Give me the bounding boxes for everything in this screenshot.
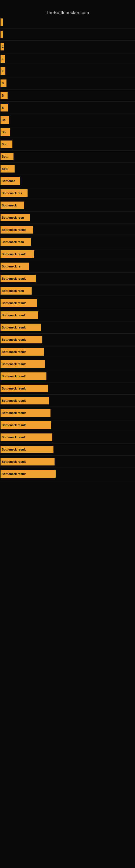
bar-row-26: Bottleneck result: [0, 321, 135, 334]
bar-fill-27: Bottleneck result: [1, 336, 42, 343]
bar-row-6: B: [0, 77, 135, 90]
bar-text-16: Bottleneck: [1, 204, 17, 207]
bar-row-9: Bo: [0, 114, 135, 126]
bar-text-34: Bottleneck result: [1, 424, 26, 427]
bar-row-33: Bottleneck result: [0, 407, 135, 419]
bar-text-35: Bottleneck result: [1, 436, 26, 439]
bar-fill-4: E: [1, 55, 5, 63]
bar-row-13: Bott: [0, 163, 135, 175]
bar-row-25: Bottleneck result: [0, 309, 135, 321]
bar-row-4: E: [0, 53, 135, 65]
bar-fill-3: E: [1, 43, 4, 51]
bar-fill-19: Bottleneck resu: [1, 238, 31, 246]
bar-fill-25: Bottleneck result: [1, 311, 38, 319]
bar-text-30: Bottleneck result: [1, 375, 26, 378]
bar-fill-20: Bottleneck result: [1, 250, 34, 258]
bar-fill-8: B: [1, 104, 8, 112]
site-title: TheBottlenecker.com: [0, 8, 135, 16]
bar-row-22: Bottleneck result: [0, 273, 135, 285]
bar-text-23: Bottleneck resu: [1, 289, 24, 292]
bar-text-29: Bottleneck result: [1, 362, 26, 366]
bar-row-5: E: [0, 65, 135, 77]
bar-text-17: Bottleneck resu: [1, 216, 24, 219]
bar-text-9: Bo: [1, 118, 6, 122]
bar-fill-36: Bottleneck result: [1, 446, 53, 453]
bar-text-6: B: [1, 82, 4, 85]
bar-row-17: Bottleneck resu: [0, 212, 135, 224]
bar-fill-18: Bottleneck result: [1, 226, 33, 234]
bar-text-37: Bottleneck result: [1, 460, 26, 463]
bar-row-27: Bottleneck result: [0, 334, 135, 346]
bar-text-18: Bottleneck result: [1, 228, 26, 231]
bar-text-38: Bottleneck result: [1, 472, 26, 475]
bar-fill-26: Bottleneck result: [1, 323, 41, 331]
bar-fill-10: Bo: [1, 128, 10, 136]
bar-fill-5: E: [1, 67, 5, 75]
bar-text-22: Bottleneck result: [1, 277, 26, 280]
bar-row-31: Bottleneck result: [0, 382, 135, 395]
bar-row-14: Bottlenec: [0, 175, 135, 187]
chart-container: TheBottlenecker.com EEEBBBBoBoBottBottBo…: [0, 0, 135, 868]
bar-fill-32: Bottleneck result: [1, 397, 49, 404]
bar-fill-23: Bottleneck resu: [1, 287, 32, 294]
bar-fill-38: Bottleneck result: [1, 470, 56, 478]
bar-fill-24: Bottleneck result: [1, 299, 37, 307]
bar-fill-33: Bottleneck result: [1, 409, 50, 416]
bar-row-8: B: [0, 102, 135, 114]
bar-row-35: Bottleneck result: [0, 431, 135, 443]
bar-row-38: Bottleneck result: [0, 468, 135, 480]
bar-fill-28: Bottleneck result: [1, 348, 44, 355]
bar-text-4: E: [1, 57, 3, 61]
bar-text-33: Bottleneck result: [1, 411, 26, 414]
bar-fill-12: Bott: [1, 153, 13, 160]
bar-fill-14: Bottlenec: [1, 177, 20, 185]
bar-row-10: Bo: [0, 126, 135, 138]
bar-row-21: Bottleneck re: [0, 260, 135, 273]
bar-fill-29: Bottleneck result: [1, 360, 45, 368]
bar-text-21: Bottleneck re: [1, 265, 20, 268]
bar-text-13: Bott: [1, 167, 8, 170]
bar-row-34: Bottleneck result: [0, 419, 135, 431]
bar-fill-15: Bottleneck res: [1, 189, 28, 197]
bar-text-32: Bottleneck result: [1, 399, 26, 402]
bar-text-3: E: [1, 45, 3, 48]
bar-fill-21: Bottleneck re: [1, 262, 29, 270]
bar-text-8: B: [1, 106, 4, 109]
bar-row-36: Bottleneck result: [0, 443, 135, 456]
bar-fill-34: Bottleneck result: [1, 421, 51, 429]
bar-fill-6: B: [1, 80, 6, 87]
bar-text-10: Bo: [1, 130, 6, 134]
bar-fill-31: Bottleneck result: [1, 384, 48, 392]
bar-fill-37: Bottleneck result: [1, 458, 54, 465]
bar-fill-9: Bo: [1, 116, 9, 124]
bar-row-32: Bottleneck result: [0, 395, 135, 407]
bar-row-23: Bottleneck resu: [0, 285, 135, 297]
bar-row-1: [0, 16, 135, 29]
bar-text-12: Bott: [1, 155, 8, 158]
bar-row-20: Bottleneck result: [0, 248, 135, 260]
bar-row-11: Bott: [0, 138, 135, 151]
bar-text-24: Bottleneck result: [1, 301, 26, 305]
bar-fill-22: Bottleneck result: [1, 275, 36, 282]
bar-text-28: Bottleneck result: [1, 350, 26, 353]
bar-text-15: Bottleneck res: [1, 191, 22, 195]
bar-fill-17: Bottleneck resu: [1, 214, 30, 221]
bar-text-27: Bottleneck result: [1, 338, 26, 341]
bar-fill-1: [1, 19, 3, 26]
bar-text-14: Bottlenec: [1, 179, 15, 183]
bar-fill-35: Bottleneck result: [1, 433, 52, 441]
bar-text-25: Bottleneck result: [1, 314, 26, 317]
bar-fill-16: Bottleneck: [1, 202, 24, 209]
bar-text-36: Bottleneck result: [1, 448, 26, 451]
bar-row-30: Bottleneck result: [0, 370, 135, 382]
bar-fill-2: [1, 31, 3, 38]
bar-text-19: Bottleneck resu: [1, 240, 24, 244]
bar-text-20: Bottleneck result: [1, 252, 26, 256]
bar-text-26: Bottleneck result: [1, 326, 26, 329]
bar-row-18: Bottleneck result: [0, 224, 135, 236]
bar-text-11: Bott: [1, 143, 8, 146]
bar-row-28: Bottleneck result: [0, 346, 135, 358]
bar-row-16: Bottleneck: [0, 199, 135, 212]
bar-fill-11: Bott: [1, 141, 12, 148]
bar-text-7: B: [1, 94, 4, 97]
